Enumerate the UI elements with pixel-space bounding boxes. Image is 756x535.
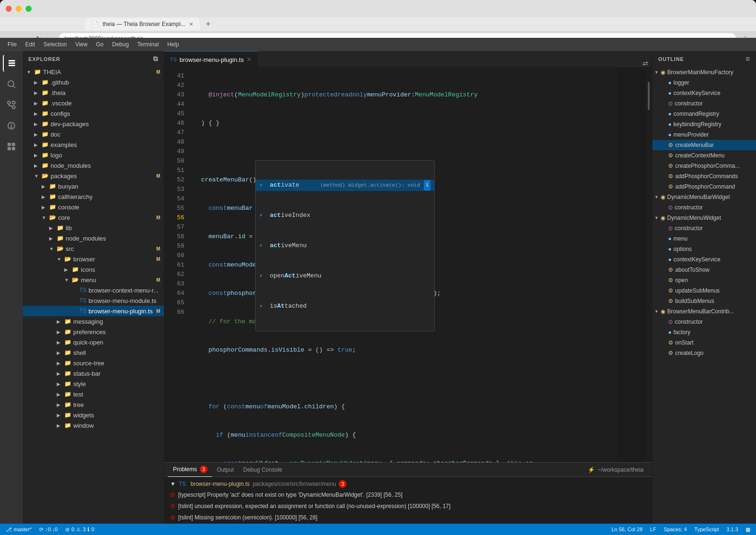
autocomplete-item-activate[interactable]: ⚡ activate (method) Widget.activate(): v… xyxy=(256,180,434,191)
outline-item-constructor4[interactable]: ▶ ⊙ constructor xyxy=(653,317,756,327)
close-button[interactable] xyxy=(6,6,12,12)
split-editor-icon[interactable]: ⇄ xyxy=(643,60,648,67)
tree-item-style[interactable]: ▶ 📁 style xyxy=(23,379,164,389)
tree-item-theia[interactable]: ▶ 📁 .theia xyxy=(23,87,164,98)
tree-item-dev-packages[interactable]: ▶ 📁 dev-packages xyxy=(23,119,164,129)
status-branch[interactable]: ⎇ master* xyxy=(4,526,34,533)
menu-view[interactable]: View xyxy=(71,39,91,50)
outline-item-buildsubmenus[interactable]: ▶ ⚙ buildSubMenus xyxy=(653,296,756,306)
outline-item-addphosphorcommands[interactable]: ▶ ⚙ addPhosphorCommands xyxy=(653,171,756,181)
autocomplete-item-activeIndex[interactable]: ⚡ activeIndex xyxy=(256,210,434,221)
outline-item-logger[interactable]: ▶ ● logger xyxy=(653,78,756,88)
status-sync[interactable]: ⟳ ↑0 ↓0 xyxy=(37,526,60,533)
outline-item-menuprovider[interactable]: ▶ ● menuProvider xyxy=(653,129,756,140)
tree-item-browser-menu-module[interactable]: ▶ TS browser-menu-module.ts xyxy=(23,295,164,306)
status-language[interactable]: TypeScript xyxy=(693,526,721,532)
panel-tab-output[interactable]: Output xyxy=(212,463,239,477)
outline-item-constructor2[interactable]: ▶ ⊙ constructor xyxy=(653,202,756,213)
autocomplete-item-openActiveMenu[interactable]: ⚡ openActiveMenu xyxy=(256,270,434,282)
outline-item-browsermainmenufactory[interactable]: ▼ ◉ BrowserMainMenuFactory xyxy=(653,67,756,78)
tree-item-doc[interactable]: ▶ 📁 doc xyxy=(23,129,164,139)
outline-item-factory[interactable]: ▶ ● factory xyxy=(653,327,756,337)
outline-menu-icon[interactable]: ≡ xyxy=(746,55,750,63)
status-version[interactable]: 3.1.3 xyxy=(725,526,740,532)
outline-item-dynamicmenuwidget[interactable]: ▼ ◉ DynamicMenuWidget xyxy=(653,213,756,223)
editor-scrollbar[interactable] xyxy=(645,68,652,462)
outline-item-abouttoshow[interactable]: ▶ ⚙ aboutToShow xyxy=(653,265,756,275)
activity-scm[interactable] xyxy=(3,96,20,113)
minimize-button[interactable] xyxy=(16,6,22,12)
tree-item-menu[interactable]: ▼ 📂 menu M xyxy=(23,275,164,285)
new-tab-button[interactable]: + xyxy=(203,19,214,29)
outline-item-keybindingregistry[interactable]: ▶ ● keybindingRegistry xyxy=(653,119,756,129)
outline-item-createcontextmenu[interactable]: ▶ ⚙ createContextMenu xyxy=(653,150,756,161)
autocomplete-popup[interactable]: ⚡ activate (method) Widget.activate(): v… xyxy=(255,160,435,331)
sidebar-copy-icon[interactable]: ⧉ xyxy=(153,55,158,63)
menu-go[interactable]: Go xyxy=(92,39,107,50)
outline-item-browsermenubarcontrib[interactable]: ▼ ◉ BrowserMenuBarContrib... xyxy=(653,306,756,317)
tree-item-logo[interactable]: ▶ 📁 logo xyxy=(23,150,164,160)
outline-item-updatesubmenus[interactable]: ▶ ⚙ updateSubMenus xyxy=(653,285,756,296)
tab-close-button[interactable]: ✕ xyxy=(247,56,251,63)
outline-item-createphosphorcomma[interactable]: ▶ ⚙ createPhosphorComma... xyxy=(653,161,756,171)
tree-item-github[interactable]: ▶ 📁 .github xyxy=(23,77,164,87)
outline-item-dynamicmenubarwidget[interactable]: ▼ ◉ DynamicMenuBarWidget xyxy=(653,192,756,202)
outline-item-commandregistry[interactable]: ▶ ● commandRegistry xyxy=(653,109,756,119)
activity-debug[interactable] xyxy=(3,117,20,134)
autocomplete-item-isAttached[interactable]: ⚡ isAttached xyxy=(256,301,434,312)
status-errors[interactable]: ⊘ 0 ⚠ 3 ℹ 0 xyxy=(63,526,96,533)
tree-item-examples[interactable]: ▶ 📁 examples xyxy=(23,139,164,150)
menu-debug[interactable]: Debug xyxy=(108,39,132,50)
tree-item-shell[interactable]: ▶ 📁 shell xyxy=(23,347,164,358)
outline-item-onstart[interactable]: ▶ ⚙ onStart xyxy=(653,337,756,348)
tree-item-console[interactable]: ▶ 📁 console xyxy=(23,202,164,212)
tree-item-core[interactable]: ▼ 📂 core M xyxy=(23,212,164,223)
tree-item-window[interactable]: ▶ 📁 window xyxy=(23,420,164,431)
panel-tab-terminal[interactable]: ⚡ ~/workspace/theia xyxy=(583,463,648,477)
file-tree[interactable]: ▼ 📁 THEIA M ▶ 📁 .github ▶ 📁 .theia xyxy=(23,67,164,524)
outline-tree[interactable]: ▼ ◉ BrowserMainMenuFactory ▶ ● logger ▶ … xyxy=(653,67,756,524)
outline-item-createmenubar[interactable]: ▶ ⚙ createMenuBar xyxy=(653,140,756,150)
activity-search[interactable] xyxy=(3,76,20,93)
autocomplete-item-activeMenu[interactable]: ⚡ activeMenu xyxy=(256,240,434,251)
tree-item-vscode[interactable]: ▶ 📁 .vscode xyxy=(23,98,164,108)
outline-item-contextkeyservice2[interactable]: ▶ ● contextKeyService xyxy=(653,254,756,265)
tree-item-quick-open[interactable]: ▶ 📁 quick-open xyxy=(23,337,164,347)
browser-tab[interactable]: 📄 theia — Theia Browser Exampl... ✕ xyxy=(85,18,200,30)
tree-item-status-bar[interactable]: ▶ 📁 status-bar xyxy=(23,368,164,379)
menu-edit[interactable]: Edit xyxy=(21,39,39,50)
status-line-ending[interactable]: LF xyxy=(648,526,658,532)
menu-selection[interactable]: Selection xyxy=(40,39,70,50)
tree-item-browser[interactable]: ▼ 📂 browser M xyxy=(23,254,164,264)
outline-item-constructor1[interactable]: ▶ ⊙ constructor xyxy=(653,98,756,109)
tree-item-configs[interactable]: ▶ 📁 configs xyxy=(23,108,164,119)
tree-item-node-modules[interactable]: ▶ 📁 node_modules xyxy=(23,160,164,171)
tree-item-browser-menu-plugin[interactable]: ▶ TS browser-menu-plugin.ts M xyxy=(23,306,164,316)
activity-explorer[interactable] xyxy=(3,55,20,72)
tree-item-test[interactable]: ▶ 📁 test xyxy=(23,389,164,399)
status-position[interactable]: Ln 56, Col 28 xyxy=(610,526,644,532)
tree-root-theia[interactable]: ▼ 📁 THEIA M xyxy=(23,67,164,77)
menu-help[interactable]: Help xyxy=(163,39,183,50)
tree-item-widgets[interactable]: ▶ 📁 widgets xyxy=(23,410,164,420)
tree-item-node-modules2[interactable]: ▶ 📁 node_modules xyxy=(23,233,164,243)
outline-item-options[interactable]: ▶ ● options xyxy=(653,244,756,254)
tree-item-bunyan[interactable]: ▶ 📁 bunyan xyxy=(23,181,164,191)
outline-item-constructor3[interactable]: ▶ ⊙ constructor xyxy=(653,223,756,233)
tree-item-icons[interactable]: ▶ 📁 icons xyxy=(23,264,164,275)
editor-tab-browser-menu-plugin[interactable]: TS browser-menu-plugin.ts ✕ xyxy=(164,51,258,68)
menu-terminal[interactable]: Terminal xyxy=(134,39,163,50)
tree-item-src[interactable]: ▼ 📂 src M xyxy=(23,243,164,254)
panel-tab-problems[interactable]: Problems 3 xyxy=(168,463,212,477)
outline-item-menu[interactable]: ▶ ● menu xyxy=(653,233,756,244)
panel-tab-debug-console[interactable]: Debug Console xyxy=(239,463,287,477)
outline-item-open[interactable]: ▶ ⚙ open xyxy=(653,275,756,285)
tab-close-icon[interactable]: ✕ xyxy=(189,21,193,27)
status-spaces[interactable]: Spaces: 4 xyxy=(662,526,689,532)
tree-item-source-tree[interactable]: ▶ 📁 source-tree xyxy=(23,358,164,368)
maximize-button[interactable] xyxy=(26,6,32,12)
menu-file[interactable]: File xyxy=(4,39,20,50)
tree-item-packages[interactable]: ▼ 📂 packages M xyxy=(23,171,164,181)
tree-item-callhierarchy[interactable]: ▶ 📁 callhierarchy xyxy=(23,191,164,202)
activity-extensions[interactable] xyxy=(3,138,20,155)
